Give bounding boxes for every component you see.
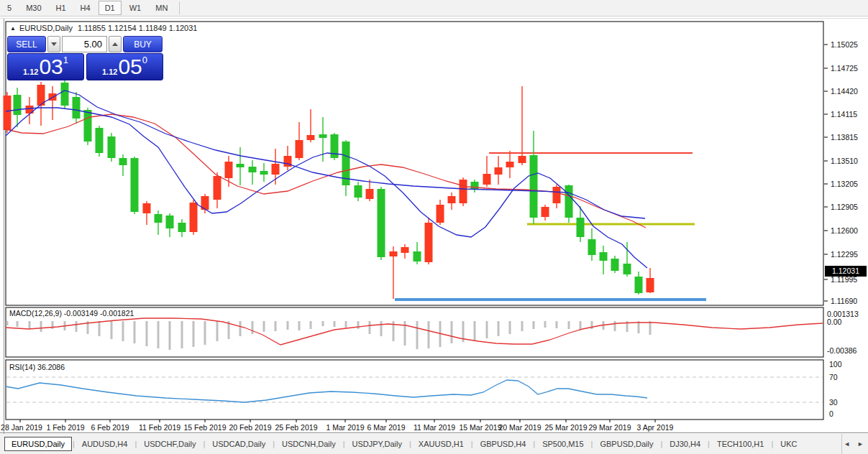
- candle-body: [635, 277, 643, 293]
- tab-scroll-arrows: ◄►: [841, 434, 868, 454]
- chart-tab-eurusd-daily[interactable]: EURUSD,Daily: [4, 437, 72, 451]
- candle-body: [166, 216, 174, 228]
- candle-body: [249, 167, 257, 172]
- chart-tab-audusd-h4[interactable]: AUDUSD,H4: [76, 437, 134, 451]
- candle-body: [530, 155, 538, 218]
- candle-body: [495, 167, 503, 175]
- buy-price-sup: 0: [142, 55, 147, 65]
- date-label: 15 Mar 2019: [460, 423, 502, 432]
- chart-tab-usdcad-daily[interactable]: USDCAD,Daily: [206, 437, 272, 451]
- candle-body: [553, 187, 561, 203]
- volume-increase-button[interactable]: [109, 36, 122, 52]
- candle-body: [119, 158, 127, 165]
- candle-body: [401, 247, 409, 253]
- sell-quote-button[interactable]: 1.12 03 1: [7, 53, 84, 80]
- collapse-trade-panel-icon[interactable]: ▲: [10, 25, 16, 32]
- candle-body: [366, 189, 374, 199]
- price-label: 1.12600: [831, 226, 868, 235]
- candle-body: [460, 180, 467, 203]
- date-label: 1 Mar 2019: [326, 423, 364, 432]
- current-price-badge: 1.12031: [825, 266, 867, 277]
- mt4-window: 5M30H1H4D1W1MN ▲ EURUSD,Daily 1.11855 1.…: [0, 0, 868, 454]
- candle-body: [272, 164, 280, 175]
- scroll-right-icon[interactable]: ►: [856, 440, 865, 448]
- sell-price-big: 03: [39, 56, 63, 78]
- date-label: 20 Mar 2019: [499, 423, 542, 432]
- rsi-axis-value: 100: [829, 360, 842, 369]
- date-label: 1 Feb 2019: [46, 423, 84, 432]
- candle-body: [565, 185, 573, 218]
- macd-axis-value: -0.00386: [827, 346, 867, 355]
- date-label: 20 Feb 2019: [229, 423, 272, 432]
- price-label: 1.14725: [831, 64, 868, 73]
- chart-tab-xauusd-h1[interactable]: XAUUSD,H1: [412, 437, 470, 451]
- scroll-left-icon[interactable]: ◄: [842, 440, 851, 448]
- date-label: 15 Feb 2019: [184, 423, 227, 432]
- candle-body: [307, 135, 315, 140]
- date-label: 11 Feb 2019: [139, 423, 181, 432]
- candle-body: [296, 140, 303, 158]
- date-label: 11 Mar 2019: [414, 423, 455, 432]
- chart-tabs-bar: EURUSD,Daily|AUDUSD,H4|USDCHF,Daily|USDC…: [0, 434, 868, 454]
- price-label: 1.12295: [831, 250, 868, 259]
- chart-tab-tech100-h1[interactable]: TECH100,H1: [711, 437, 770, 451]
- candle-body: [143, 203, 151, 213]
- macd-label: MACD(12,26,9) -0.003149 -0.001821: [9, 309, 134, 318]
- rsi-label: RSI(14) 36.2086: [9, 363, 65, 371]
- sell-button[interactable]: SELL: [7, 36, 46, 52]
- rsi-axis-value: 0: [829, 409, 833, 418]
- chart-tab-gbpusd-daily[interactable]: GBPUSD,Daily: [593, 437, 659, 451]
- chart-tab-usdchf-daily[interactable]: USDCHF,Daily: [137, 437, 202, 451]
- date-label: 6 Mar 2019: [367, 423, 405, 432]
- candle-body: [214, 176, 221, 200]
- chart-tab-sp500-m15[interactable]: SP500,M15: [536, 437, 590, 451]
- chart-title: ▲ EURUSD,Daily 1.11855 1.12154 1.11849 1…: [10, 24, 197, 32]
- date-label: 25 Mar 2019: [545, 423, 588, 432]
- sell-price-sup: 1: [63, 55, 68, 65]
- candle-body: [437, 205, 444, 223]
- chart-tab-usdcnh-daily[interactable]: USDCNH,Daily: [275, 437, 342, 451]
- price-label: 1.13510: [831, 157, 868, 165]
- buy-price-small: 1.12: [102, 66, 117, 78]
- candle-body: [14, 95, 22, 115]
- volume-input[interactable]: [62, 36, 107, 52]
- chart-tab-usdjpy-daily[interactable]: USDJPY,Daily: [346, 437, 409, 451]
- candle-body: [542, 207, 549, 217]
- buy-button[interactable]: BUY: [123, 36, 163, 52]
- buy-quote-button[interactable]: 1.12 05 0: [86, 53, 163, 80]
- candle-body: [190, 203, 198, 232]
- candle-body: [600, 252, 608, 261]
- price-label: 1.15025: [831, 40, 868, 49]
- candle-body: [73, 97, 81, 119]
- candle-body: [237, 164, 245, 167]
- candle-body: [319, 134, 327, 138]
- candle-body: [355, 185, 362, 198]
- candle-body: [4, 96, 12, 130]
- candle-body: [331, 134, 339, 158]
- rsi-axis-value: 70: [829, 373, 838, 381]
- candle-body: [108, 136, 116, 158]
- candle-body: [506, 162, 514, 167]
- price-label: 1.13205: [831, 180, 868, 188]
- date-label: 29 Mar 2019: [589, 423, 631, 432]
- rsi-axis-value: 30: [829, 398, 838, 407]
- price-label: 1.12905: [831, 203, 868, 211]
- candle-body: [225, 162, 233, 178]
- chart-tab-gbpusd-h4[interactable]: GBPUSD,H4: [474, 437, 533, 451]
- candle-body: [131, 158, 139, 212]
- price-label: 1.14115: [831, 110, 868, 119]
- candle-body: [260, 171, 268, 175]
- candle-body: [611, 259, 619, 271]
- volume-decrease-button[interactable]: [47, 36, 60, 52]
- chart-tab-dj30-h4[interactable]: DJ30,H4: [663, 437, 707, 451]
- date-label: 3 Apr 2019: [637, 423, 674, 432]
- candle-body: [518, 156, 526, 163]
- price-label: 1.13815: [831, 133, 868, 142]
- price-label: 1.14420: [831, 87, 868, 96]
- candle-body: [390, 251, 398, 256]
- candle-body: [378, 189, 385, 257]
- macd-axis-value: 0.00: [827, 318, 867, 326]
- candle-body: [425, 223, 433, 262]
- candle-body: [61, 83, 69, 106]
- chart-tab-ukc[interactable]: UKC: [774, 437, 803, 451]
